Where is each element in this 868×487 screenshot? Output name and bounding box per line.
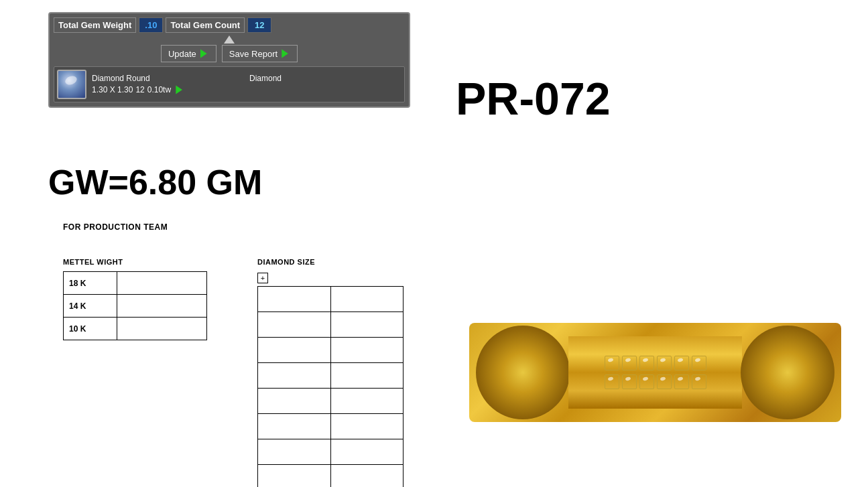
gem-weight-tw: 0.10tw (147, 85, 171, 94)
gem-type-label: Diamond Round (92, 74, 244, 83)
update-button[interactable]: Update (161, 45, 216, 62)
gem-count-detail: 12 (135, 85, 144, 94)
mettel-value (117, 295, 207, 318)
ring-bowl-right (741, 326, 834, 419)
diamond-row (258, 389, 404, 414)
gem-stone-1 (605, 356, 619, 370)
cad-arrow-row (54, 36, 405, 44)
diamond-cell (258, 414, 331, 439)
diamond-row (258, 312, 404, 338)
diamond-table (257, 286, 404, 487)
gem-stone-8 (622, 374, 637, 389)
gem-stone-4 (657, 356, 672, 370)
gw-text: GW=6.80 GM (48, 162, 262, 202)
mettel-table: 18 K14 K10 K (63, 271, 207, 340)
gem-dimensions: 1.30 X 1.30 (92, 85, 133, 94)
mettel-weight-section: METTEL WIGHT 18 K14 K10 K (63, 258, 207, 340)
detail-arrow-icon (174, 84, 184, 95)
scroll-up-arrow[interactable] (224, 36, 235, 44)
diamond-row (258, 363, 404, 389)
gem-stone-5 (674, 356, 689, 370)
diamond-cell (258, 338, 331, 363)
gem-detail-row: Diamond Round Diamond 1.30 X 1.30 12 0.1… (54, 66, 405, 102)
mettel-row: 14 K (64, 295, 207, 318)
update-label: Update (168, 49, 196, 59)
ring-image (469, 323, 841, 422)
cad-button-row: Update Save Report (54, 45, 405, 62)
diamond-cell (330, 465, 404, 488)
mettel-value (117, 272, 207, 295)
add-row-button[interactable]: + (257, 273, 268, 283)
diamond-cell (258, 312, 331, 338)
pr-code: PR-072 (456, 72, 611, 125)
mettel-row: 10 K (64, 318, 207, 340)
diamond-cell (330, 363, 404, 389)
gem-info-bottom: 1.30 X 1.30 12 0.10tw (92, 84, 401, 95)
gem-count-value: 12 (247, 17, 271, 33)
gem-stone-6 (692, 356, 706, 370)
save-report-button[interactable]: Save Report (222, 45, 298, 62)
gem-stone-2 (622, 356, 637, 370)
diamond-cell (258, 439, 331, 465)
mettel-row: 18 K (64, 272, 207, 295)
gem-row-top (605, 356, 706, 370)
gem-weight-value: .10 (139, 17, 163, 33)
mettel-karat: 10 K (64, 318, 117, 340)
diamond-cell (258, 363, 331, 389)
gem-info: Diamond Round Diamond 1.30 X 1.30 12 0.1… (92, 74, 401, 95)
gem-count-label: Total Gem Count (166, 17, 245, 33)
for-production-label: FOR PRODUCTION TEAM (63, 222, 168, 232)
mettel-karat: 18 K (64, 272, 117, 295)
gem-weight-label: Total Gem Weight (54, 17, 136, 33)
mettel-title: METTEL WIGHT (63, 258, 207, 266)
save-report-label: Save Report (229, 49, 277, 59)
diamond-title: DIAMOND SIZE (257, 258, 404, 266)
gem-stone-7 (605, 374, 619, 389)
diamond-size-section: DIAMOND SIZE + (257, 258, 404, 487)
cad-panel: Total Gem Weight .10 Total Gem Count 12 … (48, 12, 410, 108)
gem-thumbnail (57, 70, 86, 99)
gem-stone-3 (639, 356, 654, 370)
diamond-row (258, 414, 404, 439)
gem-stone-9 (639, 374, 654, 389)
diamond-cell (258, 465, 331, 488)
gem-row-bottom (605, 374, 706, 389)
gem-info-top: Diamond Round Diamond (92, 74, 401, 83)
gem-category-label: Diamond (249, 74, 401, 83)
mettel-value (117, 318, 207, 340)
diamond-cell (330, 312, 404, 338)
save-arrow-icon (280, 48, 290, 59)
gem-stone-11 (674, 374, 689, 389)
diamond-cell (330, 414, 404, 439)
diamond-row (258, 287, 404, 312)
diamond-cell (330, 439, 404, 465)
cad-top-row: Total Gem Weight .10 Total Gem Count 12 (54, 17, 405, 33)
update-arrow-icon (198, 48, 209, 59)
diamond-cell (330, 338, 404, 363)
diamond-cell (330, 287, 404, 312)
diamond-cell (258, 389, 331, 414)
mettel-karat: 14 K (64, 295, 117, 318)
diamond-row (258, 439, 404, 465)
diamond-row (258, 465, 404, 488)
diamond-cell (258, 287, 331, 312)
gem-stone-10 (657, 374, 672, 389)
ring-center (568, 336, 742, 409)
diamond-row (258, 338, 404, 363)
gem-stone-12 (692, 374, 706, 389)
diamond-cell (330, 389, 404, 414)
ring-bowl-left (476, 326, 570, 419)
